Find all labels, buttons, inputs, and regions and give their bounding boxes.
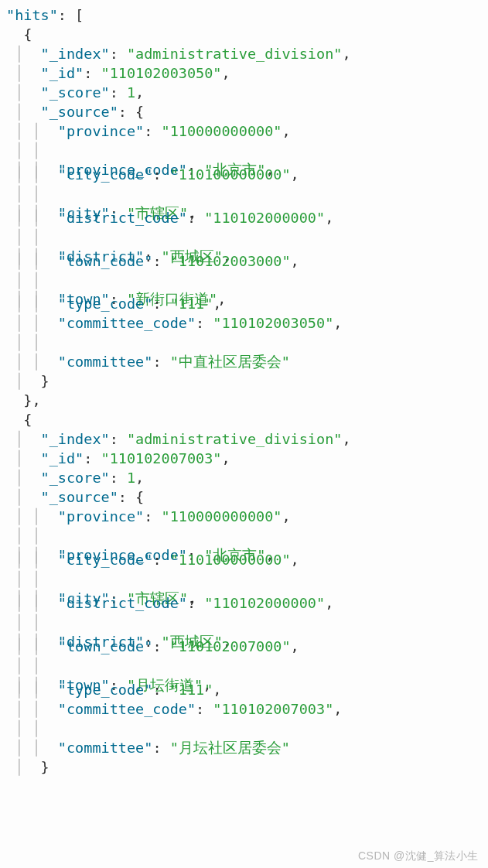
spacer: │ │ <box>6 228 488 248</box>
committee-code-line: │ │ "committee_code": "110102007003", <box>6 700 488 719</box>
spacer: │ │ <box>6 333 488 353</box>
id-line: │ "_id": "110102007003", <box>6 449 488 469</box>
committee-line: │ │ "committee": "中直社区居委会" <box>6 353 488 372</box>
type-code-line: │ │ "type_code": "111", <box>6 681 488 700</box>
source-open: │ "_source": { <box>6 488 488 507</box>
score-line: │ "_score": 1, <box>6 469 488 488</box>
id-line: │ "_id": "110102003050", <box>6 64 488 84</box>
district-code-line: │ │ "district_code": "110102000000", <box>6 594 488 613</box>
watermark: CSDN @沈健_算法小生 <box>358 849 479 863</box>
spacer: │ │ <box>6 719 488 739</box>
obj-open: { <box>6 26 488 45</box>
city-code-line: │ │ "city_code": "110100000000", <box>6 166 488 185</box>
spacer: │ │ <box>6 185 488 204</box>
source-close: │ } <box>6 372 488 391</box>
index-line: │ "_index": "administrative_division", <box>6 430 488 449</box>
obj-close: }, <box>6 391 488 411</box>
spacer: │ │ <box>6 142 488 161</box>
province-line: │ │ "province": "110000000000", <box>6 122 488 142</box>
spacer: │ │ <box>6 657 488 676</box>
city-code-line: │ │ "city_code": "110100000000", <box>6 551 488 570</box>
index-line: │ "_index": "administrative_division", <box>6 45 488 64</box>
town-code-line: │ │ "town_code": "110102003000", <box>6 252 488 272</box>
province-line: │ │ "province": "110000000000", <box>6 507 488 527</box>
committee-line: │ │ "committee": "月坛社区居委会" <box>6 739 488 758</box>
spacer: │ │ <box>6 613 488 633</box>
committee-code-line: │ │ "committee_code": "110102003050", <box>6 314 488 333</box>
type-code-line: │ │ "type_code": "111", <box>6 295 488 314</box>
source-open: │ "_source": { <box>6 103 488 122</box>
town-code-line: │ │ "town_code": "110102007000", <box>6 637 488 657</box>
district-code-line: │ │ "district_code": "110102000000", <box>6 209 488 228</box>
spacer: │ │ <box>6 570 488 589</box>
obj-open: { <box>6 411 488 430</box>
score-line: │ "_score": 1, <box>6 84 488 103</box>
source-close: │ } <box>6 758 488 777</box>
hits-open: "hits": [ <box>6 6 488 26</box>
json-code-block: "hits": [ { │ "_index": "administrative_… <box>6 6 488 777</box>
spacer: │ │ <box>6 527 488 546</box>
spacer: │ │ <box>6 272 488 291</box>
